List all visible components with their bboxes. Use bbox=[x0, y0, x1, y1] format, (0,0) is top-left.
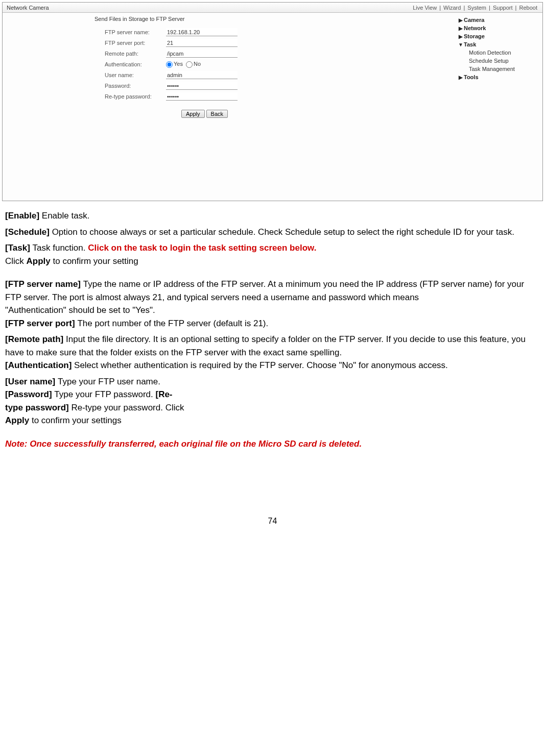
para-authentication: [Authentication] Select whether authenti… bbox=[5, 359, 540, 372]
para-ftp-port: [FTP server port] The port number of the… bbox=[5, 317, 540, 330]
camera-ui-screenshot: Network Camera Live View | Wizard | Syst… bbox=[2, 2, 543, 201]
side-motion-detection[interactable]: Motion Detection bbox=[458, 48, 540, 57]
para-enable: [Enable] Enable task. bbox=[5, 209, 540, 223]
input-remote-path[interactable] bbox=[166, 50, 238, 58]
apply-button[interactable]: Apply bbox=[181, 110, 205, 118]
main-panel: Send Files in Storage to FTP Server FTP … bbox=[3, 13, 456, 201]
para-user-password: [User name] Type your FTP user name. [Pa… bbox=[5, 375, 189, 427]
para-ftp-name: [FTP server name] Type the name or IP ad… bbox=[5, 278, 540, 304]
nav-reboot[interactable]: Reboot bbox=[519, 5, 537, 11]
top-nav: Live View | Wizard | System | Support | … bbox=[412, 5, 538, 11]
nav-wizard[interactable]: Wizard bbox=[443, 5, 461, 11]
para-remote-path: [Remote path] Input the file directory. … bbox=[5, 333, 540, 359]
radio-auth-no[interactable] bbox=[186, 61, 193, 68]
radio-auth-yes[interactable] bbox=[166, 61, 173, 68]
radio-no-label: No bbox=[194, 61, 201, 67]
note: Note: Once successfully transferred, eac… bbox=[5, 437, 540, 451]
label-auth: Authentication: bbox=[94, 61, 166, 67]
side-camera[interactable]: ▶Camera bbox=[458, 16, 540, 24]
section-title: Send Files in Storage to FTP Server bbox=[94, 16, 456, 22]
side-task[interactable]: ▼Task bbox=[458, 40, 540, 48]
side-tools[interactable]: ▶Tools bbox=[458, 73, 540, 81]
para-apply1: Click Apply to confirm your setting bbox=[5, 255, 540, 268]
chevron-right-icon: ▶ bbox=[458, 26, 464, 31]
para-task: [Task] Task function. Click on the task … bbox=[5, 241, 540, 255]
para-auth-yes: "Authentication" should be set to "Yes". bbox=[5, 304, 540, 317]
page-number: 74 bbox=[0, 517, 545, 536]
para-schedule: [Schedule] Option to choose always or se… bbox=[5, 226, 540, 239]
app-header: Network Camera Live View | Wizard | Syst… bbox=[3, 3, 542, 13]
input-password[interactable] bbox=[166, 82, 238, 90]
side-nav: ▶Camera ▶Network ▶Storage ▼Task Motion D… bbox=[456, 13, 542, 201]
back-button[interactable]: Back bbox=[206, 110, 228, 118]
nav-system[interactable]: System bbox=[467, 5, 486, 11]
input-retype[interactable] bbox=[166, 92, 238, 101]
label-server-name: FTP server name: bbox=[94, 29, 166, 35]
chevron-right-icon: ▶ bbox=[458, 17, 464, 23]
label-password: Password: bbox=[94, 83, 166, 89]
side-schedule-setup[interactable]: Schedule Setup bbox=[458, 57, 540, 65]
input-server-name[interactable] bbox=[166, 28, 238, 36]
side-task-management[interactable]: Task Management bbox=[458, 65, 540, 73]
app-title: Network Camera bbox=[7, 5, 49, 11]
nav-support[interactable]: Support bbox=[493, 5, 513, 11]
chevron-down-icon: ▼ bbox=[458, 42, 464, 47]
radio-yes-label: Yes bbox=[174, 61, 183, 67]
label-retype: Re-type password: bbox=[94, 93, 166, 100]
label-server-port: FTP server port: bbox=[94, 40, 166, 46]
label-remote-path: Remote path: bbox=[94, 51, 166, 57]
document-body: [Enable] Enable task. [Schedule] Option … bbox=[0, 201, 545, 450]
side-network[interactable]: ▶Network bbox=[458, 24, 540, 32]
chevron-right-icon: ▶ bbox=[458, 34, 464, 39]
nav-liveview[interactable]: Live View bbox=[413, 5, 437, 11]
chevron-right-icon: ▶ bbox=[458, 75, 464, 80]
side-storage[interactable]: ▶Storage bbox=[458, 32, 540, 40]
label-user: User name: bbox=[94, 72, 166, 78]
input-user[interactable] bbox=[166, 71, 238, 79]
input-server-port[interactable] bbox=[166, 39, 238, 47]
